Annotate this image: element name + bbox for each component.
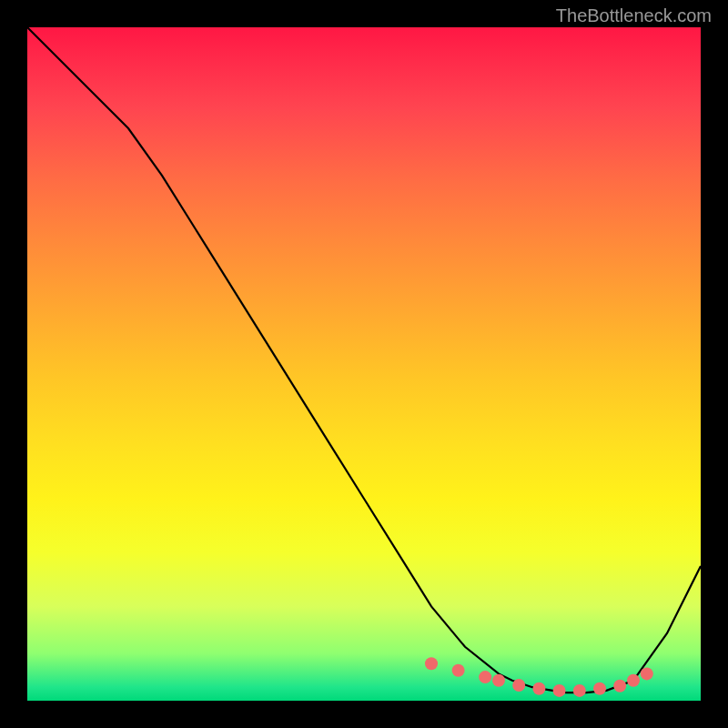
marker-dot [593,682,606,695]
marker-dot [613,680,626,693]
marker-dot [532,682,545,695]
marker-dot [452,664,465,677]
marker-dot [641,667,653,680]
marker-dot [627,674,640,687]
chart-svg [27,27,701,701]
watermark-text: TheBottleneck.com [556,5,712,26]
marker-dot [479,671,491,683]
marker-dot [553,684,566,697]
marker-dot [492,674,505,687]
optimal-range-markers [425,657,653,697]
marker-dot [512,679,525,692]
marker-dot [425,657,438,670]
bottleneck-curve [27,27,701,693]
marker-dot [573,684,586,697]
